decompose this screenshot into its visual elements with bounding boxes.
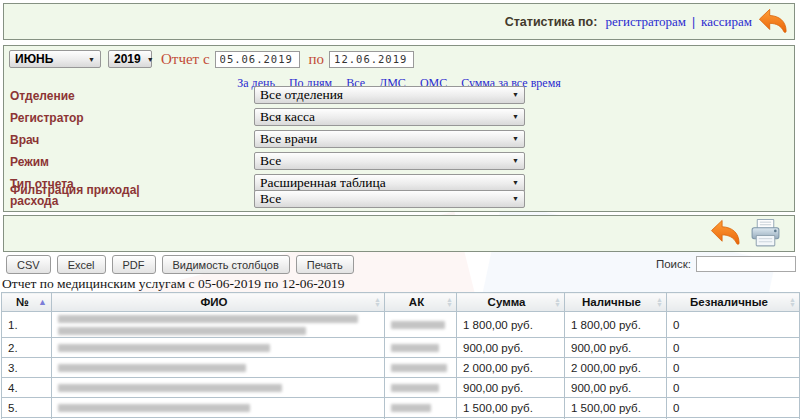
topbar: Статистика по: регистраторам | кассирам xyxy=(3,3,795,40)
sort-icon: ▲▼ xyxy=(789,297,796,307)
sort-icon: ▲▼ xyxy=(446,297,453,307)
cell-ak xyxy=(385,358,457,378)
column-header-2[interactable]: ФИО▲▼ xyxy=(52,293,385,312)
cell-summa: 1 800,00 руб. xyxy=(457,312,565,338)
column-header-4[interactable]: Сумма▲▼ xyxy=(457,293,565,312)
cell-fio xyxy=(52,378,385,398)
filter-label: Врач xyxy=(10,133,39,147)
redacted-text xyxy=(391,384,439,392)
filter-row: ОтделениеВсе отделения▼ xyxy=(10,86,788,106)
filter-row: ВрачВсе врачи▼ xyxy=(10,130,788,150)
filter-select[interactable]: Вся касса▼ xyxy=(254,108,525,126)
export-button-2[interactable]: Excel xyxy=(57,255,106,274)
redacted-name xyxy=(58,344,380,352)
redacted-name xyxy=(58,315,380,335)
cell-num: 4. xyxy=(2,378,52,398)
redacted-name xyxy=(58,384,380,392)
chevron-down-icon: ▼ xyxy=(512,157,519,165)
year-select-value: 2019 xyxy=(114,52,141,66)
filter-select-value: Все отделения xyxy=(260,87,343,103)
export-button-5[interactable]: Печать xyxy=(296,255,354,274)
to-label: по xyxy=(309,51,325,68)
redacted-name xyxy=(58,364,380,372)
toolbar-panel xyxy=(3,215,795,252)
column-header-1[interactable]: №▲ xyxy=(2,293,52,312)
redacted-text xyxy=(391,404,431,412)
cell-cashless: 0 xyxy=(667,338,800,358)
table-row: 3.2 000,00 руб.2 000,00 руб.0 xyxy=(2,358,800,378)
month-select[interactable]: ИЮНЬ ▼ xyxy=(9,50,101,68)
filter-select[interactable]: Все врачи▼ xyxy=(254,130,525,148)
date-to-input[interactable] xyxy=(329,51,414,68)
table-row: 2.900,00 руб.900,00 руб.0 xyxy=(2,338,800,358)
cell-num: 3. xyxy=(2,358,52,378)
sort-asc-icon: ▲ xyxy=(38,298,47,307)
chevron-down-icon: ▼ xyxy=(512,113,519,121)
redacted-text xyxy=(391,321,445,329)
cell-fio xyxy=(52,398,385,418)
table-row: 4.900,00 руб.900,00 руб.0 xyxy=(2,378,800,398)
back-arrow-icon[interactable] xyxy=(710,218,741,249)
search-box: Поиск: xyxy=(656,256,796,272)
cell-num: 2. xyxy=(2,338,52,358)
table-row: 5.1 500,00 руб.1 500,00 руб.0 xyxy=(2,398,800,418)
cell-summa: 900,00 руб. xyxy=(457,378,565,398)
filter-row: РежимВсе▼ xyxy=(10,152,788,172)
cell-cashless: 0 xyxy=(667,358,800,378)
sort-icon: ▲▼ xyxy=(554,297,561,307)
report-table: №▲ФИО▲▼АК▲▼Сумма▲▼Наличные▲▼Безналичные▲… xyxy=(1,292,800,419)
filter-select[interactable]: Все▼ xyxy=(254,152,525,170)
cell-cash: 1 800,00 руб. xyxy=(565,312,667,338)
search-label: Поиск: xyxy=(656,258,691,270)
cell-cashless: 0 xyxy=(667,378,800,398)
stats-cashiers-link[interactable]: кассирам xyxy=(701,14,752,30)
export-button-3[interactable]: PDF xyxy=(112,255,156,274)
table-header-row: №▲ФИО▲▼АК▲▼Сумма▲▼Наличные▲▼Безналичные▲… xyxy=(2,293,800,312)
stats-registrars-link[interactable]: регистраторам xyxy=(605,14,686,30)
column-header-6[interactable]: Безналичные▲▼ xyxy=(667,293,800,312)
cell-ak xyxy=(385,338,457,358)
redacted-name xyxy=(58,404,380,412)
cell-ak xyxy=(385,378,457,398)
cell-fio xyxy=(52,358,385,378)
filter-label: Отделение xyxy=(10,89,75,103)
filter-select[interactable]: Все отделения▼ xyxy=(254,86,525,104)
column-header-5[interactable]: Наличные▲▼ xyxy=(565,293,667,312)
cell-cashless: 0 xyxy=(667,312,800,338)
date-from-input[interactable] xyxy=(215,51,300,68)
redacted-text xyxy=(58,404,250,412)
back-arrow-icon[interactable] xyxy=(758,7,788,37)
redacted-text xyxy=(391,364,447,372)
month-select-value: ИЮНЬ xyxy=(15,52,53,66)
year-select[interactable]: 2019 ▼ xyxy=(108,50,152,68)
report-from-label: Отчет с xyxy=(161,51,210,68)
redacted-text xyxy=(58,384,282,392)
stats-by-label: Статистика по: xyxy=(505,15,598,29)
filter-label: Фильтрация прихода|расхода xyxy=(10,185,140,207)
export-buttons-row: CSVExcelPDFВидимость столбцовПечать xyxy=(6,255,354,274)
filter-select-value: Все xyxy=(260,191,281,207)
cell-summa: 2 000,00 руб. xyxy=(457,358,565,378)
filter-label: Режим xyxy=(10,155,49,169)
filter-label: Регистратор xyxy=(10,111,84,125)
export-button-4[interactable]: Видимость столбцов xyxy=(162,255,290,274)
cell-ak xyxy=(385,312,457,338)
chevron-down-icon: ▼ xyxy=(512,195,519,203)
column-header-3[interactable]: АК▲▼ xyxy=(385,293,457,312)
filter-select[interactable]: Все▼ xyxy=(254,190,525,208)
export-button-1[interactable]: CSV xyxy=(6,255,51,274)
redacted-text xyxy=(58,315,358,323)
report-title: Отчет по медицинским услугам с 05-06-201… xyxy=(2,276,345,292)
printer-icon[interactable] xyxy=(749,218,782,249)
chevron-down-icon: ▼ xyxy=(147,56,154,63)
cell-cash: 900,00 руб. xyxy=(565,378,667,398)
cell-ak xyxy=(385,398,457,418)
search-input[interactable] xyxy=(696,256,796,272)
filter-select-value: Вся касса xyxy=(260,109,315,125)
filter-row: РегистраторВся касса▼ xyxy=(10,108,788,128)
cell-cash: 900,00 руб. xyxy=(565,338,667,358)
redacted-text xyxy=(58,344,270,352)
filter-select-value: Все врачи xyxy=(260,131,317,147)
cell-cash: 2 000,00 руб. xyxy=(565,358,667,378)
chevron-down-icon: ▼ xyxy=(88,56,95,63)
